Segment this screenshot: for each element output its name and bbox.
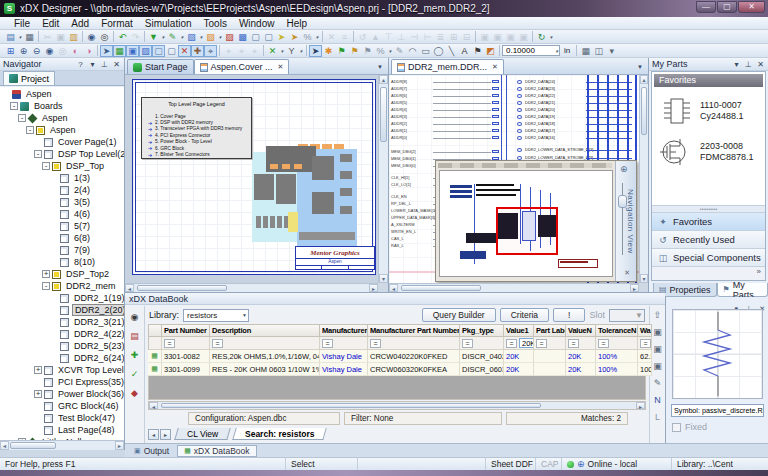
grid-toggle-icon[interactable]: ▦: [579, 45, 592, 57]
copy-icon[interactable]: ▣: [54, 31, 67, 43]
paste-props-icon[interactable]: ▣: [517, 31, 530, 43]
tree-item-7-9-[interactable]: 7(9): [0, 244, 124, 256]
filter-cell[interactable]: =: [162, 337, 210, 350]
menu-help[interactable]: Help: [280, 18, 313, 29]
tree-expander-icon[interactable]: -: [18, 114, 26, 122]
import-icon[interactable]: ➤: [288, 31, 301, 43]
maximize-button[interactable]: ▢: [717, 1, 737, 13]
part2-icon[interactable]: ⌖: [222, 45, 235, 57]
tree-item-aspen[interactable]: Aspen: [0, 88, 124, 100]
tab-close-icon[interactable]: ✕: [278, 63, 284, 71]
part-icon[interactable]: ⌖: [204, 45, 217, 57]
copy-props-icon[interactable]: ▣: [504, 31, 517, 43]
navigation-minimap[interactable]: [439, 170, 613, 277]
right-vscrollbar[interactable]: ▴▾: [639, 75, 648, 283]
section-overflow-button[interactable]: »: [652, 266, 765, 280]
menu-simulation[interactable]: Simulation: [139, 18, 198, 29]
print-icon[interactable]: ▦: [23, 31, 36, 43]
redo-icon[interactable]: ↷: [129, 31, 142, 43]
percent2-icon[interactable]: %: [374, 45, 387, 57]
cursor-icon[interactable]: ➤: [309, 45, 322, 57]
tree-expander-icon[interactable]: +: [34, 366, 42, 374]
tree-item-5-7-[interactable]: 5(7): [0, 220, 124, 232]
menu-edit[interactable]: Edit: [36, 18, 65, 29]
view-monitor-icon[interactable]: ▣: [126, 45, 139, 57]
align-right-icon[interactable]: ⊢: [421, 31, 434, 43]
part-item[interactable]: 1110-0007Cy24488.1: [652, 89, 765, 129]
chevron-down-icon[interactable]: ▼: [242, 312, 247, 318]
tab-scroll-left-icon[interactable]: ◂: [148, 429, 159, 440]
align-left-icon[interactable]: ⊣: [408, 31, 421, 43]
distribute-icon[interactable]: ≣: [434, 31, 447, 43]
palette-icon[interactable]: ◩: [484, 45, 497, 57]
pan-left-icon[interactable]: ◐: [69, 45, 82, 57]
tree-item-last-page-48-[interactable]: Last Page(48): [0, 424, 124, 436]
help-icon[interactable]: ?: [76, 60, 85, 69]
fixed-checkbox[interactable]: [672, 423, 681, 432]
tree-item-power-block-36-[interactable]: +Power Block(36): [0, 388, 124, 400]
find-icon[interactable]: ◎: [98, 31, 111, 43]
column-header-manufacturer[interactable]: Manufacturer: [320, 324, 368, 337]
zoom-slider-track[interactable]: [622, 183, 623, 255]
section-special-components[interactable]: ◫Special Components: [652, 248, 765, 266]
tab-list-icon[interactable]: ▼: [377, 64, 383, 70]
group-icon[interactable]: ⊞: [447, 31, 460, 43]
select-mode-icon[interactable]: ➤: [100, 45, 113, 57]
navigation-target-icon[interactable]: ⊕: [620, 164, 628, 174]
grid-view-icon[interactable]: ▩: [236, 31, 249, 43]
tab-project[interactable]: Project: [3, 71, 55, 85]
undo-icon[interactable]: ↶: [116, 31, 129, 43]
copy-cell-icon[interactable]: ▣: [653, 361, 662, 371]
column-header-wa[interactable]: Wa: [638, 324, 652, 337]
tab-aspen-cover[interactable]: Aspen.Cover ...✕: [194, 59, 290, 74]
ungroup-icon[interactable]: ⊟: [460, 31, 473, 43]
menu-window[interactable]: Window: [233, 18, 281, 29]
tree-item-4-6-[interactable]: 4(6): [0, 208, 124, 220]
cover-page-canvas[interactable]: Top Level Page Legend 1. Cover Page➔2. D…: [125, 75, 378, 283]
tree-expander-icon[interactable]: +: [42, 270, 50, 278]
tree-item-dsp-top[interactable]: -DSP_Top: [0, 160, 124, 172]
text-icon[interactable]: A: [458, 45, 471, 57]
right-hscrollbar[interactable]: ◂▸: [389, 283, 639, 292]
tree-expander-icon[interactable]: +: [34, 390, 42, 398]
column-header-valuen[interactable]: ValueN: [566, 324, 596, 337]
tree-item-aspen[interactable]: -Aspen: [0, 124, 124, 136]
tree-item-ddr2-5-23-[interactable]: DDR2_5(23): [0, 340, 124, 352]
close-button[interactable]: ✕: [738, 1, 765, 13]
tree-item-ddr2-mem[interactable]: -DDR2_mem: [0, 280, 124, 292]
tab-close-icon[interactable]: ✕: [492, 63, 498, 71]
tree-expander-icon[interactable]: -: [10, 102, 18, 110]
window2-icon[interactable]: ▢: [262, 31, 275, 43]
rect-icon[interactable]: ▭: [419, 45, 432, 57]
tree-item-ddr2-2-20-[interactable]: DDR2_2(20): [0, 304, 124, 316]
flag-orange-icon[interactable]: ⚑: [348, 45, 361, 57]
tree-item-aspen[interactable]: -Aspen: [0, 112, 124, 124]
pin-icon[interactable]: ⊥: [100, 60, 109, 69]
tree-expander-icon[interactable]: -: [34, 150, 42, 158]
popup-titlebar[interactable]: [438, 163, 612, 168]
copy-all-icon[interactable]: ▣: [653, 344, 662, 354]
tree-item-8-10-[interactable]: 8(10): [0, 256, 124, 268]
delete-icon[interactable]: ✕: [325, 31, 338, 43]
column-header-part-number[interactable]: Part Number: [162, 324, 210, 337]
rotate-icon[interactable]: ↺: [356, 31, 369, 43]
tree-item-3-5-[interactable]: 3(5): [0, 196, 124, 208]
search-parts-icon[interactable]: ◉: [131, 312, 139, 322]
tree-item-1-3-[interactable]: 1(3): [0, 172, 124, 184]
scale-combo[interactable]: 0.10000▾: [502, 45, 560, 56]
tree-item-pci-express-35-[interactable]: PCI Express(35): [0, 376, 124, 388]
filter-operator[interactable]: =: [568, 339, 579, 348]
tree-item-ddr2-6-24-[interactable]: DDR2_6(24): [0, 352, 124, 364]
export-icon[interactable]: ➤: [275, 31, 288, 43]
grid-snap-icon[interactable]: ◫: [592, 45, 605, 57]
fit-view-icon[interactable]: ⊞: [4, 45, 17, 57]
tab-ddr2-mem[interactable]: DDR2_mem.DDR...✕: [391, 59, 504, 74]
zoom-selection-icon[interactable]: ◎: [56, 45, 69, 57]
column-header-manufacturer-part-number[interactable]: Manufacturer Part Number: [368, 324, 460, 337]
filter-operator[interactable]: =: [164, 339, 175, 348]
filter-operator[interactable]: =: [598, 339, 609, 348]
line-icon[interactable]: ╲: [445, 45, 458, 57]
slot-select[interactable]: ▼: [609, 309, 645, 322]
column-header-tolerancen[interactable]: ToleranceN: [596, 324, 638, 337]
verify-part-icon[interactable]: ✓: [131, 369, 139, 379]
